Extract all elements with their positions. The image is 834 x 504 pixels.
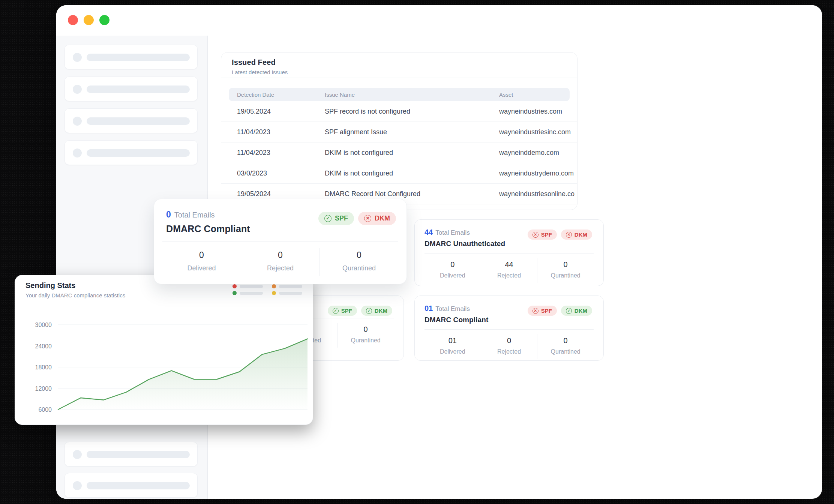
x-circle-icon: ✕ <box>532 308 538 314</box>
skeleton-line <box>87 149 190 157</box>
cell-asset: wayneindustries.com <box>499 108 577 116</box>
sending-stats-subtitle: Your daily DMARC compliance statistics <box>26 292 302 298</box>
column-header-asset: Asset <box>499 92 570 98</box>
check-circle-icon: ✓ <box>566 308 572 314</box>
skeleton-avatar <box>73 481 82 490</box>
skeleton-line <box>87 482 190 489</box>
cell-detection-date: 19/05.2024 <box>237 108 325 116</box>
traffic-light-zoom-button[interactable] <box>99 15 110 25</box>
stat-rejected: 0Rejected <box>481 334 537 359</box>
stat-value: 0 <box>162 250 241 260</box>
stat-card-dmarc-unauthenticated: 44Total Emails DMARC Unautheticated ✕SPF… <box>414 219 604 286</box>
sidebar-skeleton-card <box>64 442 198 466</box>
check-circle-icon: ✓ <box>333 308 339 314</box>
badge-group: ✕SPF ✕DKM <box>528 230 592 240</box>
svg-text:6000: 6000 <box>38 406 52 413</box>
issued-feed-title: Issued Feed <box>232 58 567 67</box>
badge-dkm: ✕DKM <box>561 230 592 240</box>
svg-text:30000: 30000 <box>35 322 52 328</box>
stat-value: 0 <box>424 260 481 269</box>
badge-label: DKM <box>574 308 587 314</box>
stat-label: Rejected <box>481 272 537 279</box>
badge-spf: ✓SPF <box>318 212 354 225</box>
stat-divider <box>424 329 594 330</box>
cell-issue-name: DMARC Record Not Configured <box>325 190 499 198</box>
column-header-issue-name: Issue Name <box>325 92 499 98</box>
stat-label: Rejected <box>481 348 537 355</box>
cell-detection-date: 19/05/2024 <box>237 190 325 198</box>
skeleton-line <box>87 117 190 125</box>
stat-label: Qurantined <box>320 264 398 272</box>
skeleton-avatar <box>73 53 82 62</box>
stat-rejected: 0Rejected <box>241 248 320 276</box>
skeleton-avatar <box>73 117 82 126</box>
cell-asset: wayneindustriesonline.co <box>499 190 577 198</box>
badge-dkm: ✕DKM <box>358 212 396 225</box>
badge-label: SPF <box>541 231 552 238</box>
badge-group: ✓SPF ✓DKM <box>328 306 392 316</box>
skeleton-avatar <box>73 450 82 459</box>
x-circle-icon: ✕ <box>532 232 538 238</box>
badge-spf: ✕SPF <box>528 306 557 316</box>
sidebar-skeleton-card <box>64 45 198 69</box>
badge-group: ✓SPF ✕DKM <box>318 212 396 225</box>
cell-asset: wayneinddemo.com <box>499 149 577 157</box>
stat-rejected: 44Rejected <box>481 258 537 283</box>
svg-text:12000: 12000 <box>35 386 52 392</box>
stat-card-dmarc-compliant-small: 01Total Emails DMARC Compliant ✕SPF ✓DKM… <box>414 296 604 361</box>
issued-feed-subtitle: Latest detected issues <box>232 69 567 75</box>
stat-card-title: DMARC Compliant <box>166 224 394 234</box>
stat-quarantined: 0Qurantined <box>537 258 594 283</box>
stat-label: Qurantined <box>537 348 594 355</box>
stat-value: 0 <box>320 250 398 260</box>
table-row[interactable]: 19/05.2024 SPF record is not configured … <box>221 101 577 122</box>
badge-spf: ✓SPF <box>328 306 357 316</box>
stat-label: Qurantined <box>537 272 594 279</box>
issued-feed-card: Issued Feed Latest detected issues Detec… <box>221 52 578 210</box>
total-emails-label: Total Emails <box>435 305 470 312</box>
badge-label: SPF <box>341 308 352 314</box>
stat-delivered: 0Delivered <box>162 248 241 276</box>
total-emails-value: 44 <box>424 228 433 236</box>
table-row[interactable]: 11/04/2023 SPF alignment Issue wayneindu… <box>221 122 577 142</box>
table-row[interactable]: 03/0/2023 DKIM is not configured waynein… <box>221 163 577 184</box>
stat-value: 44 <box>481 260 537 269</box>
badge-label: DKM <box>375 308 387 314</box>
cell-issue-name: SPF record is not configured <box>325 108 499 116</box>
badge-dkm: ✓DKM <box>361 306 392 316</box>
stat-label: Delivered <box>162 264 241 272</box>
header-divider <box>15 307 313 307</box>
badge-group: ✕SPF ✓DKM <box>528 306 592 316</box>
stat-label: Rejected <box>241 264 320 272</box>
stat-value: 0 <box>537 336 594 345</box>
column-header-detection-date: Detection Date <box>237 92 325 98</box>
stat-quarantined: 0Qurantined <box>320 248 398 276</box>
cell-issue-name: DKIM is not configured <box>325 170 499 177</box>
issued-feed-header: Issued Feed Latest detected issues <box>221 52 577 78</box>
traffic-light-minimize-button[interactable] <box>84 15 94 25</box>
badge-label: SPF <box>335 214 348 222</box>
table-header-row: Detection Date Issue Name Asset <box>229 88 570 101</box>
x-circle-icon: ✕ <box>364 215 371 222</box>
svg-text:18000: 18000 <box>35 364 52 370</box>
traffic-light-close-button[interactable] <box>68 15 78 25</box>
stat-value: 0 <box>481 336 537 345</box>
check-circle-icon: ✓ <box>366 308 372 314</box>
stat-card-dmarc-compliant-popup: 0Total Emails DMARC Compliant ✓SPF ✕DKM … <box>154 199 407 284</box>
total-emails-value: 0 <box>166 210 171 219</box>
sidebar-skeleton-card <box>64 108 198 133</box>
badge-spf: ✕SPF <box>528 230 557 240</box>
cell-detection-date: 11/04/2023 <box>237 128 325 136</box>
total-emails-label: Total Emails <box>174 211 215 219</box>
total-emails-label: Total Emails <box>435 229 470 236</box>
stat-divider <box>424 253 594 254</box>
cell-asset: wayneindustrydemo.com <box>499 170 577 177</box>
stat-quarantined: 0Qurantined <box>537 334 594 359</box>
stat-quarantined: 0Qurantined <box>337 323 394 348</box>
check-circle-icon: ✓ <box>324 215 332 222</box>
window-titlebar <box>56 5 822 35</box>
table-row[interactable]: 11/04/2023 DKIM is not configured waynei… <box>221 142 577 163</box>
skeleton-avatar <box>73 85 82 94</box>
stat-value: 0 <box>241 250 320 260</box>
stat-label: Delivered <box>424 272 481 279</box>
